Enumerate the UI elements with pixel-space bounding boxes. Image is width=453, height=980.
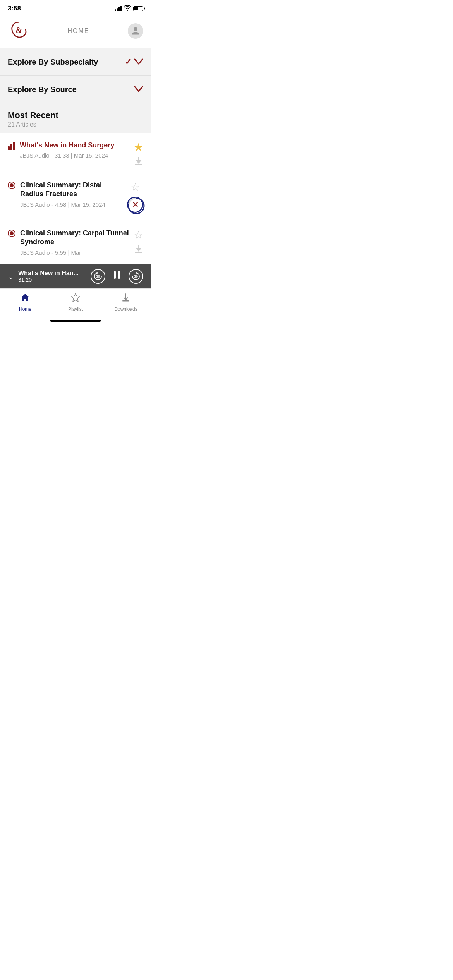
star-empty-icon[interactable]: ☆ — [134, 229, 143, 242]
accordion-source[interactable]: Explore By Source — [0, 75, 151, 103]
article-actions: ★ — [134, 141, 143, 165]
article-title: Clinical Summary: Carpal Tunnel Syndrome — [20, 229, 129, 247]
signal-icon — [115, 6, 122, 11]
star-empty-icon[interactable]: ☆ — [130, 181, 140, 194]
svg-rect-6 — [122, 300, 129, 302]
home-bar — [50, 320, 101, 322]
header-title: HOME — [68, 27, 89, 34]
article-actions: ☆ — [134, 229, 143, 253]
tab-home[interactable]: Home — [10, 293, 41, 312]
svg-rect-4 — [118, 271, 120, 279]
battery-icon — [133, 6, 143, 11]
article-content: Clinical Summary: Distal Radius Fracture… — [20, 181, 122, 209]
tab-home-label: Home — [19, 307, 31, 312]
svg-rect-3 — [114, 271, 116, 279]
article-title: Clinical Summary: Distal Radius Fracture… — [20, 181, 122, 199]
article-content: Clinical Summary: Carpal Tunnel Syndrome… — [20, 229, 129, 257]
svg-marker-5 — [71, 293, 80, 302]
download-icon — [121, 293, 131, 305]
status-bar: 3:58 — [0, 0, 151, 15]
tab-bar: Home Playlist Downloads — [0, 288, 151, 320]
mini-player[interactable]: ⌃ What's New in Han... 31:20 30 30 — [0, 264, 151, 288]
tab-playlist[interactable]: Playlist — [60, 293, 91, 312]
accordion-source-label: Explore By Source — [8, 85, 77, 94]
most-recent-section: Most Recent 21 Articles — [0, 103, 151, 133]
article-content: What's New in Hand Surgery JBJS Audio - … — [20, 141, 129, 159]
article-item[interactable]: Clinical Summary: Distal Radius Fracture… — [0, 173, 151, 221]
tab-downloads[interactable]: Downloads — [110, 293, 141, 312]
home-indicator — [0, 320, 151, 324]
article-actions: ☆ ✕ — [127, 181, 143, 213]
record-icon — [8, 230, 15, 237]
star-icon — [70, 293, 81, 305]
forward-30-button[interactable]: 30 — [129, 269, 143, 284]
article-title: What's New in Hand Surgery — [20, 141, 129, 150]
expand-player-button[interactable]: ⌃ — [8, 272, 14, 281]
article-meta: JBJS Audio - 5:55 | Mar — [20, 248, 129, 257]
chevron-down-icon: ✓ — [125, 57, 143, 67]
mini-player-title: What's New in Han... — [18, 270, 86, 277]
record-icon — [8, 182, 15, 189]
chevron-down-icon — [134, 84, 143, 94]
app-header: & HOME — [0, 15, 151, 48]
mini-player-time: 31:20 — [18, 277, 86, 283]
accordion-subspecialty[interactable]: Explore By Subspecialty ✓ — [0, 48, 151, 75]
star-filled-icon[interactable]: ★ — [134, 141, 143, 154]
tab-downloads-label: Downloads — [114, 307, 137, 312]
app-logo[interactable]: & — [8, 19, 29, 42]
article-item[interactable]: Clinical Summary: Carpal Tunnel Syndrome… — [0, 221, 151, 264]
player-controls: 30 30 — [91, 269, 143, 284]
status-icons — [115, 5, 143, 12]
article-meta: JBJS Audio - 31:33 | Mar 15, 2024 — [20, 151, 129, 159]
rewind-30-button[interactable]: 30 — [91, 269, 105, 284]
pause-button[interactable] — [112, 269, 122, 283]
download-button[interactable] — [135, 157, 142, 165]
bar-chart-icon — [8, 142, 15, 150]
profile-button[interactable] — [128, 23, 143, 39]
article-item[interactable]: What's New in Hand Surgery JBJS Audio - … — [0, 133, 151, 173]
status-time: 3:58 — [8, 5, 21, 12]
cancel-download-button[interactable]: ✕ — [127, 197, 143, 213]
home-icon — [20, 293, 30, 305]
section-title: Most Recent — [8, 110, 143, 120]
tab-playlist-label: Playlist — [68, 307, 83, 312]
mini-player-info: What's New in Han... 31:20 — [18, 270, 86, 283]
download-button[interactable] — [135, 245, 142, 253]
svg-text:&: & — [15, 26, 22, 34]
accordion-subspecialty-label: Explore By Subspecialty — [8, 58, 98, 67]
article-meta: JBJS Audio - 4:58 | Mar 15, 2024 — [20, 200, 122, 209]
wifi-icon — [124, 5, 131, 12]
section-subtitle: 21 Articles — [8, 121, 143, 128]
